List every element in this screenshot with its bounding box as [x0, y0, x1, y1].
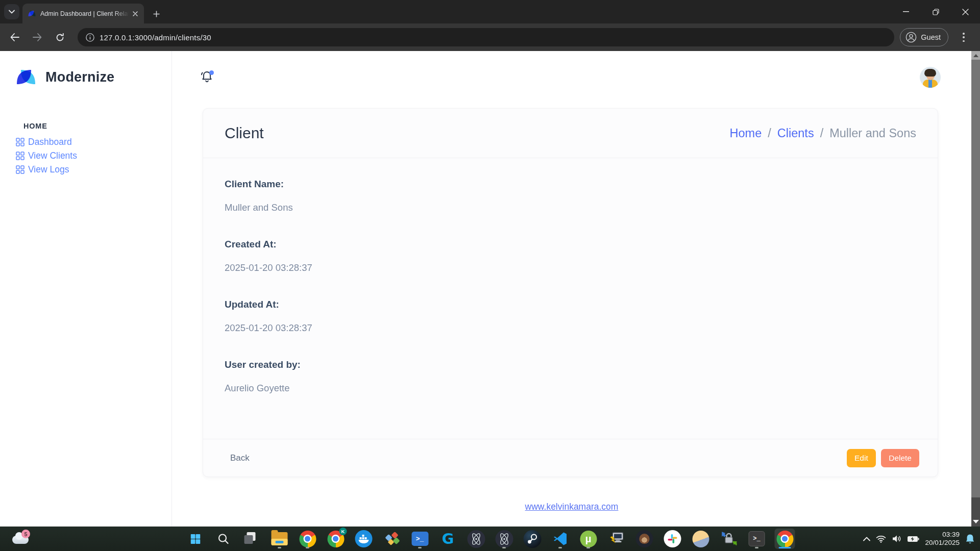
card-footer: Back Edit Delete — [203, 439, 938, 477]
address-bar[interactable]: 127.0.0.1:3000/admin/clients/30 — [78, 28, 894, 46]
running-indicator — [755, 547, 758, 548]
scrollbar-thumb[interactable] — [971, 60, 980, 497]
close-icon — [962, 9, 969, 15]
tab-favicon — [28, 10, 36, 17]
site-info-icon[interactable] — [86, 33, 94, 42]
vertical-scrollbar[interactable] — [971, 51, 980, 527]
browser-menu-button[interactable] — [959, 32, 969, 43]
battery-charging-icon — [907, 536, 919, 542]
file-explorer-button[interactable] — [270, 529, 290, 549]
winscp-button[interactable] — [719, 529, 739, 549]
terminal-button[interactable]: >_ — [747, 529, 767, 549]
breadcrumb-home-link[interactable]: Home — [730, 127, 762, 140]
restore-button[interactable] — [921, 0, 950, 23]
winscp-lock-icon — [721, 531, 737, 547]
footer-link[interactable]: www.kelvinkamara.com — [525, 502, 619, 512]
color-diamonds-icon — [384, 531, 400, 547]
field-label: Created At: — [225, 239, 916, 250]
page-footer: www.kelvinkamara.com — [172, 502, 971, 512]
dog-app-button[interactable] — [634, 529, 655, 549]
docker-button[interactable] — [354, 529, 374, 549]
photos-app-button[interactable] — [691, 529, 711, 549]
docker-whale-icon — [355, 530, 373, 547]
grid-icon — [16, 138, 24, 146]
back-link[interactable]: Back — [230, 453, 250, 463]
taskbar-clock[interactable]: 03:39 20/01/2025 — [925, 531, 960, 547]
sidebar-item-dashboard[interactable]: Dashboard — [16, 135, 77, 149]
arrow-left-icon — [10, 33, 19, 41]
running-indicator — [306, 547, 309, 548]
brand-name: Modernize — [45, 69, 114, 85]
logitech-ghub-button[interactable]: G — [438, 529, 458, 549]
field-value: 2025-01-20 03:28:37 — [225, 322, 916, 334]
battery-button[interactable] — [907, 536, 919, 542]
bell-icon — [965, 534, 975, 544]
tray-overflow-button[interactable] — [863, 537, 870, 541]
forward-button[interactable] — [29, 29, 46, 46]
windows-start-icon — [190, 534, 200, 544]
field-label: Updated At: — [225, 299, 916, 310]
scroll-up-button[interactable] — [971, 51, 980, 60]
notification-center-button[interactable] — [965, 534, 975, 544]
chrome-active-window-button[interactable] — [775, 529, 795, 549]
volume-button[interactable] — [892, 535, 901, 543]
back-button[interactable] — [6, 29, 23, 46]
task-view-button[interactable] — [241, 529, 262, 549]
powershell-icon: >_ — [411, 532, 428, 546]
sidebar-item-view-clients[interactable]: View Clients — [16, 149, 77, 163]
breadcrumb: Home / Clients / Muller and Sons — [730, 127, 916, 140]
close-window-button[interactable] — [950, 0, 980, 23]
chrome-button[interactable] — [298, 529, 318, 549]
client-detail-card: Client Home / Clients / Muller and Sons … — [203, 108, 938, 477]
electron-app-2-button[interactable] — [494, 529, 514, 549]
field-client-name: Client Name: Muller and Sons — [225, 179, 916, 213]
steam-button[interactable] — [522, 529, 543, 549]
user-avatar[interactable] — [920, 67, 941, 88]
delete-button[interactable]: Delete — [881, 449, 919, 467]
minimize-button[interactable] — [891, 0, 921, 23]
clock-time: 03:39 — [925, 531, 960, 539]
breadcrumb-clients-link[interactable]: Clients — [777, 127, 814, 140]
new-tab-button[interactable] — [149, 7, 163, 21]
folder-icon — [272, 532, 288, 545]
tab-search-button[interactable] — [4, 4, 19, 19]
electron-atom-icon — [495, 530, 513, 548]
sidebar: Modernize HOME Dashboard View Clients Vi… — [0, 51, 172, 527]
slack-icon — [664, 530, 681, 547]
field-value: Muller and Sons — [225, 202, 916, 213]
brand[interactable]: Modernize — [15, 68, 114, 86]
slack-button[interactable] — [663, 529, 683, 549]
tab-close-button[interactable] — [131, 9, 140, 18]
electron-app-button[interactable] — [466, 529, 486, 549]
page-content: Modernize HOME Dashboard View Clients Vi… — [0, 51, 971, 527]
page-title: Client — [225, 124, 264, 142]
sidebar-item-view-logs[interactable]: View Logs — [16, 163, 77, 177]
field-updated-at: Updated At: 2025-01-20 03:28:37 — [225, 299, 916, 334]
dog-icon — [636, 530, 653, 547]
browser-tab[interactable]: Admin Dashboard | Client Relati — [22, 4, 144, 23]
reload-button[interactable] — [51, 29, 68, 46]
steam-icon — [523, 530, 541, 548]
breadcrumb-separator: / — [820, 127, 824, 140]
utorrent-button[interactable]: µ — [578, 529, 599, 549]
taskbar-search-button[interactable] — [213, 529, 234, 549]
vscode-button[interactable] — [550, 529, 571, 549]
chrome-profile-button[interactable]: K — [326, 529, 346, 549]
wifi-icon — [876, 535, 886, 543]
diamond-suite-button[interactable] — [382, 529, 402, 549]
grid-icon — [16, 152, 24, 160]
reload-icon — [56, 33, 64, 42]
field-created-at: Created At: 2025-01-20 03:28:37 — [225, 239, 916, 273]
profile-button[interactable]: Guest — [900, 28, 948, 46]
start-button[interactable] — [185, 529, 206, 549]
wifi-button[interactable] — [876, 535, 886, 543]
url-text: 127.0.0.1:3000/admin/clients/30 — [100, 33, 211, 42]
edit-button[interactable]: Edit — [847, 449, 876, 467]
scroll-down-button[interactable] — [971, 516, 980, 527]
arrow-right-icon — [33, 33, 42, 41]
tab-title: Admin Dashboard | Client Relati — [40, 10, 131, 17]
sidebar-section-home: HOME — [23, 122, 47, 130]
powershell-button[interactable]: >_ — [410, 529, 430, 549]
taskbar-overflow-onedrive[interactable]: 5 — [11, 530, 34, 548]
computer-lightning-button[interactable] — [606, 529, 627, 549]
